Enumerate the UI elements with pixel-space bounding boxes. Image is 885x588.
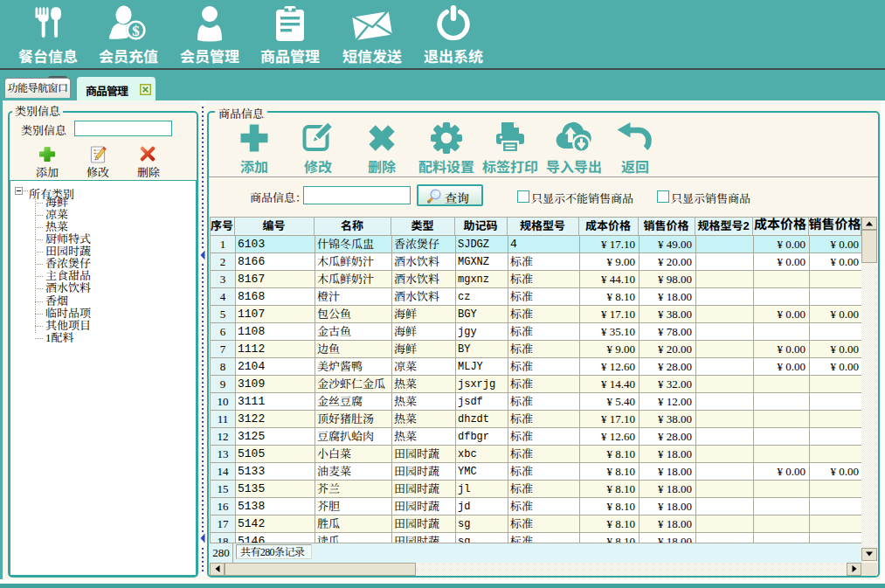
- svg-text:$: $: [132, 23, 140, 39]
